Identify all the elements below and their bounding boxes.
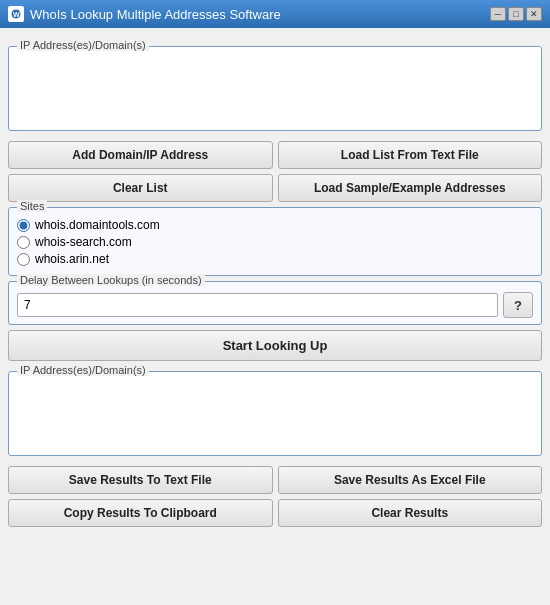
sites-group: Sites whois.domaintools.com whois-search… <box>8 207 542 276</box>
title-bar: W WhoIs Lookup Multiple Addresses Softwa… <box>0 0 550 28</box>
ip-address-input[interactable] <box>9 47 541 127</box>
delay-input[interactable] <box>17 293 498 317</box>
close-button[interactable]: ✕ <box>526 7 542 21</box>
input-address-label: IP Address(es)/Domain(s) <box>17 39 149 51</box>
title-bar-left: W WhoIs Lookup Multiple Addresses Softwa… <box>8 6 281 22</box>
save-button-row: Save Results To Text File Save Results A… <box>8 466 542 494</box>
clear-list-button[interactable]: Clear List <box>8 174 273 202</box>
site-option-2[interactable]: whois-search.com <box>17 235 533 249</box>
results-address-label: IP Address(es)/Domain(s) <box>17 364 149 376</box>
main-content: IP Address(es)/Domain(s) Add Domain/IP A… <box>0 28 550 535</box>
copy-clipboard-button[interactable]: Copy Results To Clipboard <box>8 499 273 527</box>
copy-clear-row: Copy Results To Clipboard Clear Results <box>8 499 542 527</box>
site-label-2: whois-search.com <box>35 235 132 249</box>
add-domain-button[interactable]: Add Domain/IP Address <box>8 141 273 169</box>
delay-row: ? <box>17 292 533 318</box>
start-button[interactable]: Start Looking Up <box>8 330 542 361</box>
site-label-1: whois.domaintools.com <box>35 218 160 232</box>
site-radio-1[interactable] <box>17 219 30 232</box>
window-title: WhoIs Lookup Multiple Addresses Software <box>30 7 281 22</box>
second-button-row: Clear List Load Sample/Example Addresses <box>8 174 542 202</box>
site-option-1[interactable]: whois.domaintools.com <box>17 218 533 232</box>
window-controls[interactable]: ─ □ ✕ <box>490 7 542 21</box>
sites-label: Sites <box>17 200 47 212</box>
input-address-group: IP Address(es)/Domain(s) <box>8 46 542 131</box>
svg-text:W: W <box>13 11 20 18</box>
save-excel-button[interactable]: Save Results As Excel File <box>278 466 543 494</box>
app-icon: W <box>8 6 24 22</box>
top-button-row: Add Domain/IP Address Load List From Tex… <box>8 141 542 169</box>
site-option-3[interactable]: whois.arin.net <box>17 252 533 266</box>
site-radio-3[interactable] <box>17 253 30 266</box>
save-text-button[interactable]: Save Results To Text File <box>8 466 273 494</box>
load-sample-button[interactable]: Load Sample/Example Addresses <box>278 174 543 202</box>
site-radio-2[interactable] <box>17 236 30 249</box>
restore-button[interactable]: □ <box>508 7 524 21</box>
results-textarea[interactable] <box>9 372 541 452</box>
clear-results-button[interactable]: Clear Results <box>278 499 543 527</box>
site-label-3: whois.arin.net <box>35 252 109 266</box>
delay-label: Delay Between Lookups (in seconds) <box>17 274 205 286</box>
results-address-group: IP Address(es)/Domain(s) <box>8 371 542 456</box>
load-list-button[interactable]: Load List From Text File <box>278 141 543 169</box>
delay-question-button[interactable]: ? <box>503 292 533 318</box>
delay-group: Delay Between Lookups (in seconds) ? <box>8 281 542 325</box>
minimize-button[interactable]: ─ <box>490 7 506 21</box>
